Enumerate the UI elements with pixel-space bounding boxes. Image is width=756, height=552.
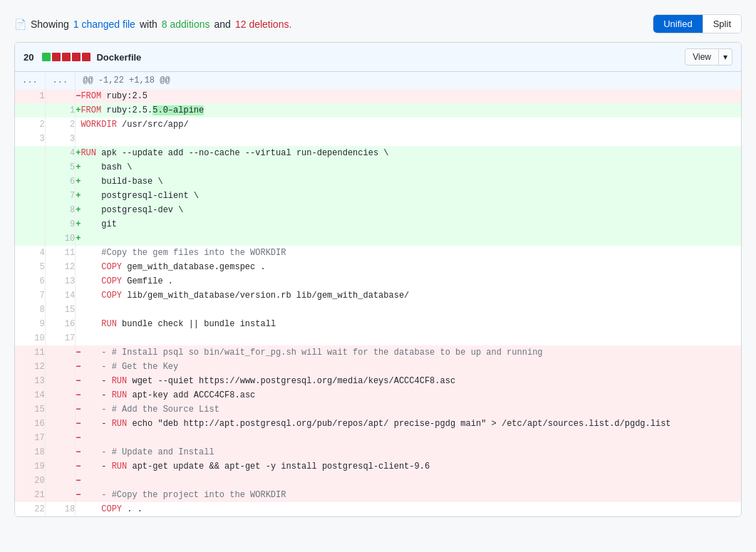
hunk-label: @@ -1,22 +1,18 @@ (76, 72, 741, 89)
additions-link[interactable]: 8 additions (162, 19, 210, 30)
hunk-header-row: ... ... @@ -1,22 +1,18 @@ (15, 72, 741, 89)
table-row: 20 − (15, 474, 741, 488)
line-type: + (76, 231, 81, 246)
line-type: + (76, 217, 81, 231)
table-row: 12 − - # Get the Key (15, 360, 741, 374)
old-line-num: 15 (15, 402, 45, 417)
table-row: 2 2 WORKDIR /usr/src/app/ (15, 118, 741, 132)
line-code: - #Copy the project into the WORKDIR (81, 488, 741, 502)
line-code: - RUN apt-get update && apt-get -y insta… (81, 459, 741, 474)
old-line-num: 13 (15, 374, 45, 388)
unified-button[interactable]: Unified (653, 15, 703, 33)
old-line-num: 3 (15, 132, 45, 146)
new-line-num: 16 (45, 317, 76, 331)
old-line-num: 18 (15, 445, 45, 459)
stat-deleted-2 (62, 53, 71, 61)
file-header-left: 20 Dockerfile (24, 52, 141, 63)
new-line-num: 15 (45, 303, 76, 317)
table-row: 22 18 COPY . . (15, 502, 741, 516)
deletions-link[interactable]: 12 deletions. (235, 19, 291, 30)
file-icon: 📄 (14, 19, 26, 30)
line-type: + (76, 146, 81, 160)
table-row: 9 + git (15, 217, 741, 231)
line-type (76, 132, 81, 146)
stat-added-1 (42, 53, 51, 61)
view-button[interactable]: View (685, 48, 719, 66)
changed-file-link[interactable]: 1 changed file (73, 19, 135, 30)
line-type: − (76, 374, 81, 388)
table-row: 10 17 (15, 331, 741, 345)
line-code: - RUN apt-key add ACCC4CF8.asc (81, 388, 741, 402)
line-type: − (76, 431, 81, 445)
new-line-num: 5 (45, 160, 76, 175)
line-code: postgresql-client \ (81, 189, 741, 203)
new-line-num: 14 (45, 288, 76, 303)
old-line-num: 19 (15, 459, 45, 474)
table-row: 16 − - RUN echo "deb http://apt.postgres… (15, 417, 741, 431)
line-type: + (76, 160, 81, 175)
file-stats (42, 53, 90, 61)
line-code (81, 132, 741, 146)
new-line-num (45, 445, 76, 459)
table-row: 5 + bash \ (15, 160, 741, 175)
line-code: git (81, 217, 741, 231)
line-type (76, 303, 81, 317)
top-bar: 📄 Showing 1 changed file with 8 addition… (14, 14, 742, 33)
table-row: 8 15 (15, 303, 741, 317)
table-row: 9 16 RUN bundle check || bundle install (15, 317, 741, 331)
line-code: bash \ (81, 160, 741, 175)
summary-text: 📄 Showing 1 changed file with 8 addition… (14, 19, 291, 30)
old-line-num: 7 (15, 288, 45, 303)
line-code: RUN bundle check || bundle install (81, 317, 741, 331)
line-type: − (76, 445, 81, 459)
new-line-num: 7 (45, 189, 76, 203)
line-type: + (76, 175, 81, 189)
old-line-num (15, 146, 45, 160)
table-row: 3 3 (15, 132, 741, 146)
table-row: 5 12 COPY gem_with_database.gemspec . (15, 260, 741, 274)
new-line-num (45, 360, 76, 374)
old-line-num (15, 231, 45, 246)
table-row: 6 13 COPY Gemfile . (15, 274, 741, 288)
hunk-new-num: ... (45, 72, 76, 89)
table-row: 17 − (15, 431, 741, 445)
line-code: FROM ruby:2.5 (81, 89, 741, 103)
line-code (81, 331, 741, 345)
old-line-num: 16 (15, 417, 45, 431)
table-row: 11 − - # Install psql so bin/wait_for_pg… (15, 345, 741, 360)
table-row: 7 14 COPY lib/gem_with_database/version.… (15, 288, 741, 303)
old-line-num: 14 (15, 388, 45, 402)
line-type (76, 502, 81, 516)
line-code: - # Get the Key (81, 360, 741, 374)
stat-deleted-3 (72, 53, 81, 61)
line-code: #Copy the gem files into the WORKDIR (81, 246, 741, 260)
old-line-num: 4 (15, 246, 45, 260)
stat-deleted-1 (52, 53, 61, 61)
file-header: 20 Dockerfile View ▾ (15, 43, 741, 72)
old-line-num (15, 175, 45, 189)
line-type: − (76, 488, 81, 502)
table-row: 1 − FROM ruby:2.5 (15, 89, 741, 103)
line-type: − (76, 417, 81, 431)
split-button[interactable]: Split (703, 15, 741, 33)
new-line-num (45, 488, 76, 502)
new-line-num (45, 388, 76, 402)
view-dropdown-button[interactable]: ▾ (719, 48, 732, 66)
table-row: 13 − - RUN wget --quiet https://www.post… (15, 374, 741, 388)
new-line-num (45, 89, 76, 103)
old-line-num (15, 203, 45, 217)
new-line-num: 17 (45, 331, 76, 345)
old-line-num (15, 189, 45, 203)
line-code: - # Install psql so bin/wait_for_pg.sh w… (81, 345, 741, 360)
new-line-num (45, 431, 76, 445)
line-type: − (76, 474, 81, 488)
file-header-right: View ▾ (685, 48, 732, 66)
line-code: postgresql-dev \ (81, 203, 741, 217)
old-line-num (15, 217, 45, 231)
line-code: build-base \ (81, 175, 741, 189)
new-line-num: 4 (45, 146, 76, 160)
old-line-num: 12 (15, 360, 45, 374)
line-code: RUN apk --update add --no-cache --virtua… (81, 146, 741, 160)
line-code: - RUN wget --quiet https://www.postgresq… (81, 374, 741, 388)
new-line-num: 3 (45, 132, 76, 146)
